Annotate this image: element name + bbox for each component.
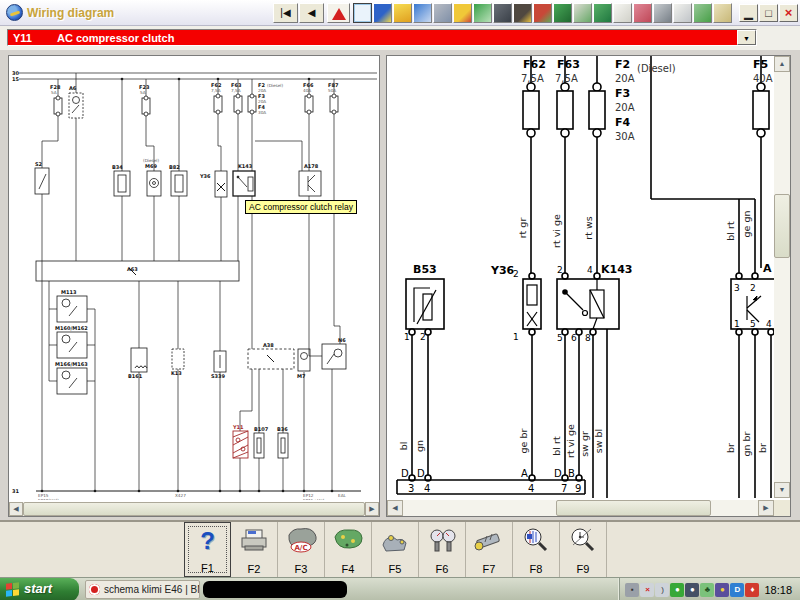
wire-color-labels: rt gr rt vi ge rt ws bl rt ge gn bl gn g… — [398, 211, 768, 458]
scroll-left-button[interactable]: ◀ — [387, 500, 403, 516]
svg-text:8: 8 — [585, 333, 591, 343]
selected-component: Y11 AC compressor clutch — [8, 30, 737, 45]
scroll-right-button[interactable]: ▶ — [758, 500, 774, 516]
toolbar-machine-icon[interactable] — [633, 3, 652, 23]
start-button[interactable]: start — [0, 578, 79, 600]
toolbar-battery-icon[interactable] — [553, 3, 572, 23]
svg-text:EP15+U/d: EP15+U/d — [303, 498, 324, 500]
warning-button[interactable] — [327, 3, 350, 23]
svg-text:A: A — [763, 262, 772, 275]
toolbar-diagnostics-icon[interactable] — [593, 3, 612, 23]
svg-text:F5: F5 — [753, 58, 768, 71]
svg-text:4: 4 — [766, 319, 772, 329]
toolbar-printer-icon[interactable] — [573, 3, 592, 23]
nav-back-button[interactable]: ◀ — [299, 3, 324, 23]
component-symbols[interactable] — [35, 93, 346, 458]
toolbar-navigation-icon[interactable] — [373, 3, 392, 23]
toolbar-radio-icon[interactable] — [493, 3, 512, 23]
scheduler-tray-icon[interactable]: ● — [685, 583, 699, 597]
input-device-tray-icon[interactable]: ▪ — [625, 583, 639, 597]
horizontal-scrollbar[interactable]: ◀ ▶ — [387, 500, 774, 516]
fkey-f8-button[interactable]: F8 — [513, 522, 560, 577]
svg-text:A: A — [521, 468, 528, 479]
taskbar-clock: 18:18 — [764, 584, 792, 596]
svg-text:S339: S339 — [211, 373, 226, 379]
toolbar-vehicle-query-icon[interactable] — [613, 3, 632, 23]
svg-text:4: 4 — [528, 483, 534, 494]
toolbar-wiring-selected-icon[interactable] — [353, 3, 372, 23]
overview-schematic[interactable]: 30 15 F28 A6 F23 F62 F63 F2 F3 F4 F66 F8… — [9, 56, 379, 500]
scroll-down-button[interactable]: ▼ — [774, 482, 790, 498]
svg-text:2: 2 — [750, 283, 756, 293]
component-selector[interactable]: Y11 AC compressor clutch ▼ — [7, 29, 757, 46]
fkey-label: F1 — [185, 562, 230, 574]
svg-text:2: 2 — [420, 332, 426, 342]
svg-text:M7: M7 — [297, 373, 306, 379]
maximize-button[interactable]: □ — [759, 4, 778, 22]
overview-diagram-panel[interactable]: 30 15 F28 A6 F23 F62 F63 F2 F3 F4 F66 F8… — [8, 55, 380, 517]
fkey-f1-button[interactable]: ? F1 — [184, 522, 231, 577]
redacted-task-button[interactable] — [203, 581, 347, 598]
fkey-f4-button[interactable]: F4 — [325, 522, 372, 577]
media-tray-icon[interactable]: ● — [715, 583, 729, 597]
toolbar-lift-icon[interactable] — [473, 3, 492, 23]
fuse-symbols[interactable] — [523, 83, 769, 137]
network-signal-tray-icon[interactable]: ) — [655, 583, 669, 597]
svg-text:A38: A38 — [263, 342, 274, 348]
toolbar-car-icon[interactable] — [693, 3, 712, 23]
taskbar-task-button[interactable]: schema klimi E46 | BM... — [85, 580, 200, 599]
help-icon: ? — [185, 526, 230, 556]
fkey-f9-button[interactable]: F9 — [560, 522, 607, 577]
scroll-right-button[interactable]: ▶ — [365, 502, 379, 516]
toolbar-vehicle-icon[interactable] — [393, 3, 412, 23]
component-k143[interactable] — [557, 273, 619, 335]
svg-text:5: 5 — [557, 333, 563, 343]
fuse-symbols[interactable] — [54, 94, 338, 116]
antivirus-tray-icon[interactable]: ♦ — [745, 583, 759, 597]
fkey-label: F4 — [325, 563, 371, 575]
toolbar-hub-icon[interactable] — [653, 3, 672, 23]
svg-text:rt vi ge: rt vi ge — [551, 214, 562, 248]
svg-text:2: 2 — [513, 269, 519, 279]
fkey-f2-button[interactable]: F2 — [231, 522, 278, 577]
svg-text:1: 1 — [734, 319, 740, 329]
close-button[interactable]: × — [779, 4, 798, 22]
toolbar-wheel-icon[interactable] — [413, 3, 432, 23]
svg-text:7,5A: 7,5A — [231, 88, 241, 93]
scrollbar-thumb[interactable] — [23, 502, 365, 516]
network-offline-tray-icon[interactable]: × — [640, 583, 654, 597]
updater-tray-icon[interactable]: ♣ — [700, 583, 714, 597]
toolbar-module-icon[interactable] — [713, 3, 732, 23]
svg-text:1: 1 — [513, 332, 519, 342]
fkey-f6-button[interactable]: F6 — [419, 522, 466, 577]
component-y36[interactable] — [523, 273, 541, 335]
nav-first-button[interactable]: |◀ — [273, 3, 298, 23]
toolbar-truck-icon[interactable] — [453, 3, 472, 23]
fkey-f7-button[interactable]: F7 — [466, 522, 513, 577]
toolbar-airbag-icon[interactable] — [673, 3, 692, 23]
scrollbar-thumb[interactable] — [556, 500, 711, 516]
fkey-f3-button[interactable]: A/C F3 — [278, 522, 325, 577]
scrollbar-thumb[interactable] — [774, 194, 790, 258]
scroll-up-button[interactable]: ▲ — [774, 56, 790, 72]
toolbar-chassis-icon[interactable] — [433, 3, 452, 23]
fkey-f5-button[interactable]: F5 — [372, 522, 419, 577]
vertical-scrollbar[interactable]: ▲ ▼ — [774, 56, 790, 498]
detail-diagram-panel[interactable]: F62 F63 F2 F3 F4 F5 B53 Y36 K143 A 7,5A … — [386, 55, 791, 517]
svg-text:D: D — [554, 468, 562, 479]
toolbar-ignition-icon[interactable] — [513, 3, 532, 23]
svg-text:Y36: Y36 — [490, 264, 515, 277]
left-horizontal-scrollbar[interactable]: ◀ ▶ — [9, 502, 379, 516]
y11-highlighted-component[interactable] — [233, 431, 248, 458]
selector-dropdown-button[interactable]: ▼ — [737, 30, 756, 45]
dictionary-tray-icon[interactable]: D — [730, 583, 744, 597]
component-b53[interactable] — [406, 279, 444, 335]
toolbar-engine-icon[interactable] — [533, 3, 552, 23]
minimize-button[interactable]: ▁ — [739, 4, 758, 22]
detail-schematic[interactable]: F62 F63 F2 F3 F4 F5 B53 Y36 K143 A 7,5A … — [387, 56, 774, 498]
svg-text:EAL: EAL — [338, 493, 347, 498]
messenger-tray-icon[interactable]: ● — [670, 583, 684, 597]
svg-text:31: 31 — [12, 488, 19, 494]
scroll-left-button[interactable]: ◀ — [9, 502, 23, 516]
svg-text:B107: B107 — [254, 426, 269, 432]
